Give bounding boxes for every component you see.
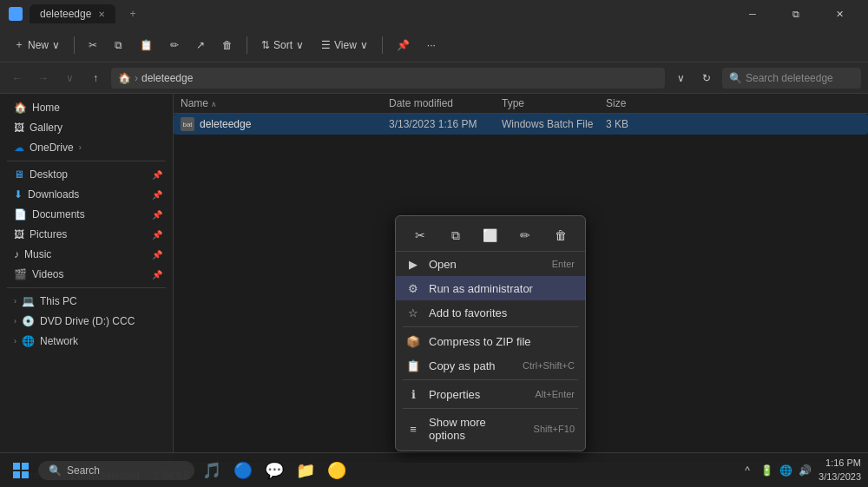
view-icon: ☰ — [321, 39, 331, 51]
ctx-copy-button[interactable]: ⧉ — [444, 223, 468, 247]
ctx-open-icon: ▶ — [406, 257, 420, 271]
close-window-button[interactable]: ✕ — [819, 0, 859, 28]
column-date[interactable]: Date modified — [389, 97, 502, 109]
sort-button[interactable]: ⇅ Sort ∨ — [254, 36, 311, 55]
pin-icon-videos: 📌 — [152, 270, 162, 280]
sidebar-item-network[interactable]: › 🌐 Network — [3, 332, 169, 351]
tray-expand-icon[interactable]: ^ — [740, 464, 754, 477]
dvd-icon: 💿 — [22, 315, 35, 327]
ctx-moreoptions-shortcut: Shift+F10 — [534, 424, 575, 434]
maximize-button[interactable]: ⧉ — [776, 0, 816, 28]
sidebar-item-documents[interactable]: 📄 Documents 📌 — [3, 205, 169, 224]
more-button[interactable]: ··· — [420, 36, 443, 55]
toolbar-separator-3 — [382, 36, 383, 54]
tray-volume-icon[interactable]: 🔊 — [798, 464, 812, 477]
sidebar-item-pictures[interactable]: 🖼 Pictures 📌 — [3, 225, 169, 244]
sidebar-item-label: OneDrive — [30, 141, 74, 154]
expand-button[interactable]: ∨ — [59, 68, 80, 89]
taskbar-clock[interactable]: 1:16 PM 3/13/2023 — [819, 457, 861, 484]
ctx-properties-item[interactable]: ℹ Properties Alt+Enter — [396, 382, 585, 406]
up-button[interactable]: ↑ — [85, 68, 106, 89]
refresh-button[interactable]: ↻ — [696, 68, 717, 89]
sidebar-item-onedrive[interactable]: ☁ OneDrive › — [3, 138, 169, 157]
share-button[interactable]: ↗ — [189, 36, 212, 55]
sidebar-item-label: Desktop — [30, 168, 68, 181]
view-button[interactable]: ☰ View ∨ — [314, 36, 375, 55]
breadcrumb-home-icon: 🏠 — [118, 72, 131, 84]
sidebar-item-label: Downloads — [28, 188, 79, 201]
window-controls: ─ ⧉ ✕ — [733, 0, 859, 28]
sidebar-divider-2 — [7, 287, 166, 288]
taskbar-app-4[interactable]: 📁 — [292, 457, 319, 484]
search-bar[interactable]: 🔍 Search deleteedge — [722, 68, 861, 89]
ctx-moreoptions-item[interactable]: ≡ Show more options Shift+F10 — [396, 411, 585, 447]
table-row[interactable]: bat deleteedge 3/13/2023 1:16 PM Windows… — [174, 114, 868, 135]
expand-address-button[interactable]: ∨ — [670, 68, 691, 89]
breadcrumb[interactable]: 🏠 › deleteedge — [111, 68, 665, 89]
ctx-runas-label: Run as administrator — [429, 282, 575, 295]
gallery-icon: 🖼 — [14, 122, 24, 134]
minimize-button[interactable]: ─ — [733, 0, 773, 28]
taskbar-search[interactable]: 🔍 Search — [38, 461, 194, 480]
tab[interactable]: deleteedge ✕ — [30, 4, 115, 23]
copy-button[interactable]: ⧉ — [108, 36, 129, 55]
taskbar-app-2[interactable]: 🔵 — [229, 457, 257, 484]
clock-time: 1:16 PM — [819, 457, 861, 470]
main-area: 🏠 Home 🖼 Gallery ☁ OneDrive › 🖥 Desktop … — [0, 94, 868, 463]
sidebar-item-gallery[interactable]: 🖼 Gallery — [3, 118, 169, 137]
column-type[interactable]: Type — [502, 97, 606, 109]
sidebar-item-desktop[interactable]: 🖥 Desktop 📌 — [3, 165, 169, 184]
pin-button[interactable]: 📌 — [390, 36, 417, 55]
thispc-expand-icon: › — [14, 297, 16, 306]
pin-icon-music: 📌 — [152, 250, 162, 260]
sidebar-item-dvd[interactable]: › 💿 DVD Drive (D:) CCC — [3, 312, 169, 331]
file-date-cell: 3/13/2023 1:16 PM — [389, 118, 502, 130]
ctx-properties-shortcut: Alt+Enter — [535, 389, 575, 399]
start-button[interactable] — [7, 457, 35, 484]
new-button[interactable]: ＋ New ∨ — [7, 34, 67, 56]
cut-button[interactable]: ✂ — [82, 36, 104, 55]
forward-button[interactable]: → — [33, 68, 54, 89]
sidebar-item-downloads[interactable]: ⬇ Downloads 📌 — [3, 185, 169, 204]
sidebar-item-label: Music — [24, 248, 51, 260]
system-tray: ^ 🔋 🌐 🔊 — [740, 464, 812, 477]
desktop-icon: 🖥 — [14, 168, 24, 181]
delete-button[interactable]: 🗑 — [215, 36, 240, 55]
tray-battery-icon[interactable]: 🔋 — [760, 464, 773, 477]
sidebar-item-thispc[interactable]: › 💻 This PC — [3, 292, 169, 311]
column-size[interactable]: Size — [606, 97, 658, 109]
back-button[interactable]: ← — [7, 68, 28, 89]
paste-button[interactable]: 📋 — [133, 36, 160, 55]
close-tab-icon[interactable]: ✕ — [98, 10, 105, 19]
onedrive-icon: ☁ — [14, 141, 24, 154]
add-tab-button[interactable]: + — [122, 4, 142, 23]
rename-button[interactable]: ✏ — [163, 36, 186, 55]
ctx-copypath-shortcut: Ctrl+Shift+C — [523, 360, 575, 371]
ctx-runas-item[interactable]: ⚙ Run as administrator — [396, 276, 585, 300]
ctx-favorites-item[interactable]: ☆ Add to favorites — [396, 300, 585, 325]
sidebar-item-videos[interactable]: 🎬 Videos 📌 — [3, 265, 169, 284]
ctx-delete-button[interactable]: 🗑 — [549, 223, 573, 247]
ctx-compress-item[interactable]: 📦 Compress to ZIP file — [396, 329, 585, 353]
pin-icon-downloads: 📌 — [152, 190, 162, 200]
rename-icon: ✏ — [170, 39, 179, 51]
toolbar-separator-1 — [74, 36, 75, 54]
sidebar-item-music[interactable]: ♪ Music 📌 — [3, 245, 169, 264]
taskbar-app-5[interactable]: 🟡 — [323, 457, 351, 484]
tray-network-icon[interactable]: 🌐 — [779, 464, 792, 477]
ctx-copypath-item[interactable]: 📋 Copy as path Ctrl+Shift+C — [396, 353, 585, 378]
sidebar-item-home[interactable]: 🏠 Home — [3, 98, 169, 117]
taskbar-app-3[interactable]: 💬 — [260, 457, 288, 484]
pin-icon-documents: 📌 — [152, 210, 162, 220]
ctx-cut-button[interactable]: ✂ — [408, 223, 432, 247]
taskbar-app-1[interactable]: 🎵 — [198, 457, 226, 484]
ctx-runas-icon: ⚙ — [406, 281, 420, 295]
ctx-properties-icon: ℹ — [406, 387, 420, 401]
title-bar: deleteedge ✕ + ─ ⧉ ✕ — [0, 0, 868, 28]
ctx-open-item[interactable]: ▶ Open Enter — [396, 252, 585, 276]
ctx-compress-label: Compress to ZIP file — [429, 335, 575, 348]
ctx-paste-button[interactable]: ⬜ — [478, 223, 503, 247]
col-date-label: Date modified — [389, 97, 453, 109]
column-name[interactable]: Name ∧ — [181, 97, 389, 109]
ctx-rename-button[interactable]: ✏ — [513, 223, 537, 247]
